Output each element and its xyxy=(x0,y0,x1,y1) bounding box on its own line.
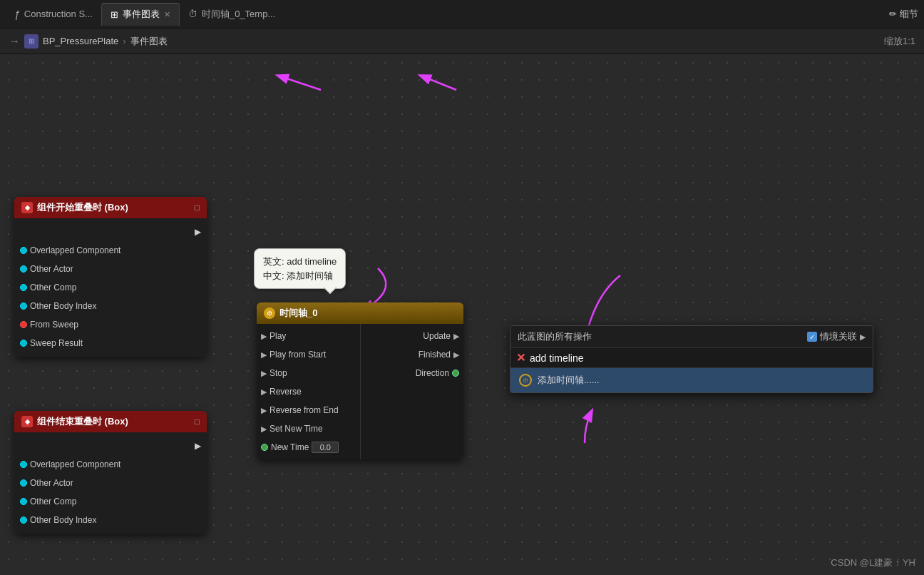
context-checkbox-area[interactable]: ✓ 情境关联 ▶ xyxy=(807,330,866,343)
node-overlap-start-title: 组件开始重叠时 (Box) xyxy=(37,201,128,214)
tl-exec-rend: ▶ xyxy=(261,406,267,415)
tl-pin-play[interactable]: ▶ Play xyxy=(257,327,360,345)
tab-icon-construction: ƒ xyxy=(14,9,20,20)
node-header-icon-end: ◆ xyxy=(21,416,33,427)
pin-circle-oa-end xyxy=(20,479,27,487)
node-overlap-start-header: ◆ 组件开始重叠时 (Box) □ xyxy=(14,197,207,218)
node-overlap-end-title: 组件结束重叠时 (Box) xyxy=(37,415,128,428)
context-chevron: ▶ xyxy=(860,332,866,342)
pin-other-comp-end[interactable]: Other Comp xyxy=(14,492,207,511)
tab-bar: ƒ Construction S... ⊞ 事件图表 ✕ ⏱ 时间轴_0_Tem… xyxy=(0,0,924,29)
pin-circle-fs-start xyxy=(20,321,27,328)
search-input-row: ✕ xyxy=(510,348,873,368)
pin-circle-sr-start xyxy=(20,340,27,347)
watermark: CSDN @L建豪 ↑ YH xyxy=(831,556,915,569)
tl-newtime-input[interactable] xyxy=(312,442,339,453)
tl-exec-stop: ▶ xyxy=(261,369,267,378)
tl-pin-direction[interactable]: Direction xyxy=(361,364,464,382)
pin-other-comp-start[interactable]: Other Comp xyxy=(14,278,207,297)
pin-other-body-start[interactable]: Other Body Index xyxy=(14,297,207,315)
search-input[interactable] xyxy=(530,352,867,364)
breadcrumb-current: 事件图表 xyxy=(130,35,168,48)
exec-pin-start[interactable]: ▶ xyxy=(14,223,207,241)
breadcrumb-separator: › xyxy=(123,36,125,46)
node-overlap-start[interactable]: ◆ 组件开始重叠时 (Box) □ ▶ Overlapped Component… xyxy=(14,197,207,357)
collapse-icon-start[interactable]: □ xyxy=(195,203,200,213)
blueprint-icon: ⊞ xyxy=(24,34,38,49)
context-label: 情境关联 xyxy=(820,330,857,343)
tl-pin-update[interactable]: Update ▶ xyxy=(361,327,464,345)
node-overlap-end[interactable]: ◆ 组件结束重叠时 (Box) □ ▶ Overlapped Component… xyxy=(14,411,207,534)
tl-exec-reverse: ▶ xyxy=(261,387,267,397)
node-overlap-start-body: ▶ Overlapped Component Other Actor Other… xyxy=(14,218,207,357)
tab-label-construction: Construction S... xyxy=(24,9,93,19)
tooltip-bubble: 英文: add timeline 中文: 添加时间轴 xyxy=(254,248,346,289)
timeline-inputs: ▶ Play ▶ Play from Start ▶ Stop ▶ Revers… xyxy=(257,324,361,459)
node-overlap-end-body: ▶ Overlapped Component Other Actor Other… xyxy=(14,432,207,534)
pin-from-sweep-start[interactable]: From Sweep xyxy=(14,315,207,334)
node-timeline[interactable]: ⏱ 时间轴_0 ▶ Play ▶ Play from Start ▶ Stop xyxy=(257,302,463,459)
search-clear-button[interactable]: ✕ xyxy=(516,351,525,365)
svg-line-0 xyxy=(278,76,321,90)
node-timeline-title: 时间轴_0 xyxy=(279,307,317,320)
exec-pin-end[interactable]: ▶ xyxy=(14,437,207,455)
pin-overlapped-component-start[interactable]: Overlapped Component xyxy=(14,241,207,260)
zoom-level: 缩放1:1 xyxy=(884,35,915,48)
tl-circle-newtime xyxy=(261,444,268,451)
nav-forward-icon[interactable]: → xyxy=(9,35,20,48)
pin-overlapped-component-end[interactable]: Overlapped Component xyxy=(14,455,207,474)
pin-circle-ob-end xyxy=(20,517,27,524)
timeline-clock-icon: ⏱ xyxy=(264,307,275,319)
node-overlap-end-header: ◆ 组件结束重叠时 (Box) □ xyxy=(14,411,207,432)
svg-line-1 xyxy=(421,76,456,90)
pin-circle-ob-start xyxy=(20,302,27,310)
tl-pin-finished[interactable]: Finished ▶ xyxy=(361,345,464,364)
tab-construction[interactable]: ƒ Construction S... xyxy=(6,3,101,26)
tl-exec-snt: ▶ xyxy=(261,424,267,434)
pin-circle-ocomp-end xyxy=(20,498,27,505)
node-header-icon-start: ◆ xyxy=(21,202,33,213)
tl-pin-play-from-start[interactable]: ▶ Play from Start xyxy=(257,345,360,364)
tab-icon-timeline: ⏱ xyxy=(188,9,197,19)
tl-pin-set-new-time[interactable]: ▶ Set New Time xyxy=(257,419,360,438)
search-panel-title: 此蓝图的所有操作 xyxy=(518,330,592,343)
pin-other-body-end[interactable]: Other Body Index xyxy=(14,511,207,529)
search-panel: 此蓝图的所有操作 ✓ 情境关联 ▶ ✕ ⏱ 添加时间轴...... xyxy=(510,325,873,393)
tab-eventgraph[interactable]: ⊞ 事件图表 ✕ xyxy=(101,3,180,26)
collapse-icon-end[interactable]: □ xyxy=(195,417,200,427)
result-clock-icon: ⏱ xyxy=(519,374,532,387)
search-result-item[interactable]: ⏱ 添加时间轴...... xyxy=(510,368,873,392)
breadcrumb-root[interactable]: BP_PressurePlate xyxy=(43,36,118,46)
pin-other-actor-start[interactable]: Other Actor xyxy=(14,260,207,278)
context-checkbox-icon: ✓ xyxy=(807,332,817,342)
detail-button[interactable]: ✏ 细节 xyxy=(889,8,918,21)
detail-icon: ✏ xyxy=(889,9,897,19)
tl-pin-reverse-end[interactable]: ▶ Reverse from End xyxy=(257,401,360,419)
exec-arrow-start: ▶ xyxy=(195,227,201,237)
pin-circle-oa-start xyxy=(20,265,27,273)
result-label: 添加时间轴...... xyxy=(538,374,600,387)
blueprint-canvas: ◆ 组件开始重叠时 (Box) □ ▶ Overlapped Component… xyxy=(0,54,924,575)
timeline-outputs: Update ▶ Finished ▶ Direction xyxy=(361,324,464,459)
tl-circle-direction xyxy=(452,370,459,377)
tab-close-eventgraph[interactable]: ✕ xyxy=(164,10,170,19)
tooltip-line2: 中文: 添加时间轴 xyxy=(263,269,337,283)
tl-pin-new-time[interactable]: New Time xyxy=(257,438,360,457)
exec-arrow-end: ▶ xyxy=(195,441,201,451)
tab-timeline[interactable]: ⏱ 时间轴_0_Temp... xyxy=(180,3,284,26)
pin-other-actor-end[interactable]: Other Actor xyxy=(14,474,207,492)
tl-pin-stop[interactable]: ▶ Stop xyxy=(257,364,360,382)
tl-exec-pfs: ▶ xyxy=(261,350,267,360)
timeline-body: ▶ Play ▶ Play from Start ▶ Stop ▶ Revers… xyxy=(257,324,463,459)
tl-pin-reverse[interactable]: ▶ Reverse xyxy=(257,382,360,401)
search-panel-header: 此蓝图的所有操作 ✓ 情境关联 ▶ xyxy=(510,326,873,348)
tab-icon-eventgraph: ⊞ xyxy=(111,9,118,20)
node-timeline-header: ⏱ 时间轴_0 xyxy=(257,302,463,324)
tl-exec-update: ▶ xyxy=(453,332,459,341)
pin-circle-oc-start xyxy=(20,247,27,254)
tl-exec-finished: ▶ xyxy=(453,350,459,360)
tl-exec-play: ▶ xyxy=(261,332,267,341)
pin-sweep-result-start[interactable]: Sweep Result xyxy=(14,334,207,352)
tab-label-timeline: 时间轴_0_Temp... xyxy=(202,8,275,21)
pin-circle-oc-end xyxy=(20,461,27,468)
